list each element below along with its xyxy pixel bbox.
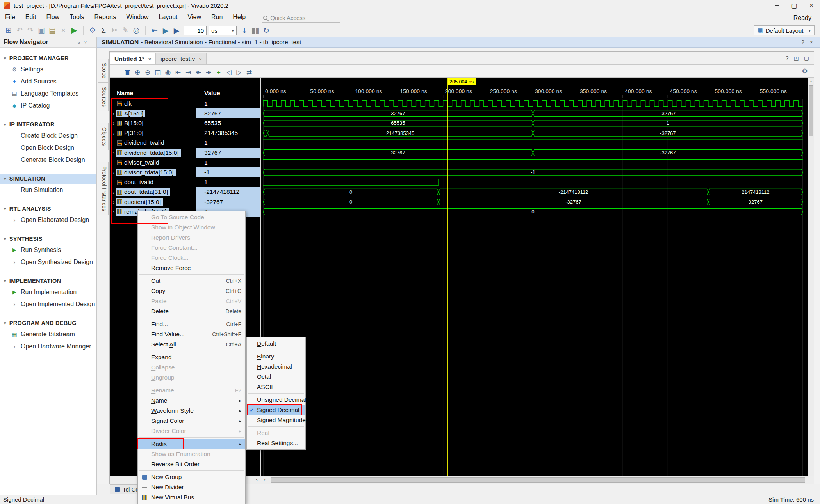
- expand-arrow-icon[interactable]: ›: [111, 208, 116, 215]
- zoom-to-cursor-icon[interactable]: ◉: [163, 67, 173, 78]
- expand-arrow-icon[interactable]: ›: [111, 199, 116, 205]
- signal-name-row[interactable]: divisor_tvalid: [110, 158, 161, 167]
- add-marker-icon[interactable]: +: [214, 67, 224, 78]
- expand-arrow-icon[interactable]: ›: [111, 189, 116, 195]
- signal-value-row[interactable]: 1: [196, 138, 260, 148]
- side-tab-scope[interactable]: Scope: [98, 59, 109, 83]
- next-transition-icon[interactable]: ↠: [203, 67, 214, 78]
- break-icon[interactable]: ▮▮: [250, 25, 261, 36]
- flow-item-ip-catalog[interactable]: ◆IP Catalog: [0, 99, 96, 112]
- menu-run[interactable]: Run: [206, 11, 228, 24]
- signal-name-row[interactable]: dividend_tvalid: [110, 138, 166, 148]
- help-icon[interactable]: ?: [786, 55, 789, 61]
- menu-item-signed-magnitude[interactable]: Signed Magnitude: [247, 415, 305, 425]
- menu-flow[interactable]: Flow: [41, 11, 64, 24]
- menu-item-cut[interactable]: CutCtrl+X: [138, 276, 245, 286]
- run-for-time-icon[interactable]: ▶: [171, 25, 182, 36]
- signal-name-row[interactable]: ›divisor_tdata[15:0]: [110, 167, 176, 177]
- collapse-panel-icon[interactable]: «: [77, 39, 80, 45]
- flow-section-simulation[interactable]: ▾SIMULATION: [0, 174, 96, 184]
- menu-item-delete[interactable]: DeleteDelete: [138, 306, 245, 316]
- step-icon[interactable]: ↧: [239, 25, 250, 36]
- splitter-collapse-icon[interactable]: ‹: [261, 477, 268, 483]
- quick-access-search[interactable]: Quick Access: [262, 13, 340, 23]
- menu-window[interactable]: Window: [121, 11, 154, 24]
- menu-tools[interactable]: Tools: [64, 11, 89, 24]
- next-marker-icon[interactable]: ▷: [234, 67, 244, 78]
- go-to-time-end-icon[interactable]: ⇥: [183, 67, 193, 78]
- menu-item-new-group[interactable]: New Group: [138, 472, 245, 482]
- flow-section-project-manager[interactable]: ▾PROJECT MANAGER: [0, 53, 96, 63]
- zoom-out-icon[interactable]: ⊖: [143, 67, 153, 78]
- zoom-in-icon[interactable]: ⊕: [132, 67, 143, 78]
- tab-untitled-1[interactable]: Untitled 1*×: [110, 53, 156, 64]
- close-pane-icon[interactable]: ×: [810, 39, 813, 45]
- undo-icon[interactable]: ↶: [14, 25, 25, 35]
- flow-section-ip-integrator[interactable]: ▾IP INTEGRATOR: [0, 119, 96, 130]
- maximize-button[interactable]: ▢: [786, 0, 803, 11]
- signal-value-row[interactable]: -1: [196, 167, 260, 177]
- side-tab-sources[interactable]: Sources: [98, 83, 109, 111]
- menu-item-hexadecimal[interactable]: Hexadecimal: [247, 362, 305, 372]
- flow-section-program-and-debug[interactable]: ▾PROGRAM AND DEBUG: [0, 318, 96, 328]
- menu-item-copy[interactable]: CopyCtrl+C: [138, 286, 245, 296]
- flow-item-open-synthesized-design[interactable]: ›Open Synthesized Design: [0, 256, 96, 268]
- splitter-expand-icon[interactable]: ›: [253, 477, 260, 483]
- signal-value-row[interactable]: 1: [196, 99, 260, 108]
- open-recent-icon[interactable]: ⊞: [3, 25, 14, 35]
- maximize-pane-icon[interactable]: ▢: [804, 55, 809, 61]
- scroll-up-icon[interactable]: ▴: [808, 78, 814, 83]
- side-tab-protocol-instances[interactable]: Protocol Instances: [98, 162, 109, 215]
- menu-item-expand[interactable]: Expand: [138, 352, 245, 362]
- flow-item-settings[interactable]: ⚙Settings: [0, 63, 96, 75]
- flow-item-open-implemented-design[interactable]: ›Open Implemented Design: [0, 298, 96, 310]
- flow-item-language-templates[interactable]: ▤Language Templates: [0, 87, 96, 99]
- signal-name-row[interactable]: ›quotient[15:0]: [110, 197, 163, 207]
- signal-value-row[interactable]: -32767: [196, 197, 260, 207]
- menu-item-new-divider[interactable]: New Divider: [138, 482, 245, 492]
- previous-transition-icon[interactable]: ↞: [193, 67, 203, 78]
- signal-name-row[interactable]: ›A[15:0]: [110, 108, 145, 118]
- run-all-icon[interactable]: ▶: [160, 25, 171, 36]
- scrollbar-thumb[interactable]: [809, 85, 813, 136]
- menu-item-find-value[interactable]: Find Value...Ctrl+Shift+F: [138, 329, 245, 339]
- close-icon[interactable]: ×: [148, 56, 152, 62]
- run-icon[interactable]: ▶: [69, 25, 80, 35]
- copy-icon[interactable]: ▣: [36, 25, 47, 35]
- menu-item-name[interactable]: Name▸: [138, 396, 245, 406]
- menu-layout[interactable]: Layout: [153, 11, 182, 24]
- tab-ipcore-test-v[interactable]: ipcore_test.v×: [156, 53, 206, 64]
- zoom-fit-icon[interactable]: ◱: [153, 67, 163, 78]
- menu-item-default[interactable]: Default: [247, 339, 305, 349]
- signal-name-row[interactable]: ›dividend_tdata[15:0]: [110, 148, 181, 158]
- flow-section-rtl-analysis[interactable]: ▾RTL ANALYSIS: [0, 204, 96, 214]
- flow-section-synthesis[interactable]: ▾SYNTHESIS: [0, 234, 96, 244]
- menu-reports[interactable]: Reports: [89, 11, 121, 24]
- signal-value-row[interactable]: 32767: [196, 108, 260, 118]
- signal-name-row[interactable]: clk: [110, 99, 134, 108]
- cut-icon[interactable]: ✂: [109, 25, 120, 35]
- go-to-time-0-icon[interactable]: ⇤: [173, 67, 183, 78]
- menu-help[interactable]: Help: [228, 11, 251, 24]
- flow-item-open-block-design[interactable]: Open Block Design: [0, 142, 96, 154]
- float-pane-icon[interactable]: ◳: [794, 55, 799, 61]
- menu-item-select-all[interactable]: Select AllCtrl+A: [138, 339, 245, 350]
- relaunch-simulation-icon[interactable]: ↻: [261, 25, 272, 36]
- menu-item-reverse-bit-order[interactable]: Reverse Bit Order: [138, 459, 245, 469]
- close-icon[interactable]: ×: [199, 56, 202, 62]
- expand-arrow-icon[interactable]: ›: [111, 120, 116, 126]
- help-icon[interactable]: ?: [801, 39, 804, 45]
- menu-edit[interactable]: Edit: [20, 11, 41, 24]
- flow-item-add-sources[interactable]: +Add Sources: [0, 75, 96, 87]
- simulation-time-input[interactable]: [184, 26, 207, 35]
- side-tab-objects[interactable]: Objects: [98, 123, 109, 150]
- scrollbar-thumb[interactable]: [271, 477, 805, 483]
- signal-name-row[interactable]: ›dout_tdata[31:0]: [110, 187, 170, 197]
- menu-item-remove-force[interactable]: Remove Force: [138, 263, 245, 273]
- flow-item-open-hardware-manager[interactable]: ›Open Hardware Manager: [0, 340, 96, 352]
- signal-value-row[interactable]: 65535: [196, 118, 260, 128]
- restart-simulation-icon[interactable]: ⇤: [149, 25, 160, 36]
- swap-cursors-icon[interactable]: ⇄: [244, 67, 254, 78]
- signal-value-row[interactable]: 32767: [196, 148, 260, 158]
- flow-item-create-block-design[interactable]: Create Block Design: [0, 130, 96, 142]
